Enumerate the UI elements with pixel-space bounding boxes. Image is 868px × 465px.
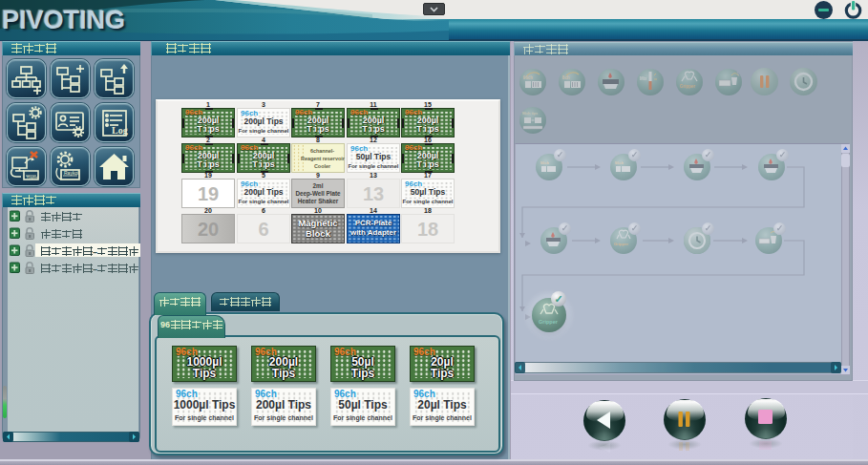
svg-text:96ch: 96ch [615,160,625,165]
svg-text:Log: Log [112,125,128,136]
svg-text:Gripper: Gripper [539,319,559,325]
svg-text:8ch: 8ch [562,75,570,80]
svg-text:Raykol: Raykol [64,170,78,176]
svg-text:96ch: 96ch [523,75,534,80]
svg-text:Raykol: Raykol [27,175,38,180]
svg-text:96ch: 96ch [540,160,550,165]
svg-text:Mix: Mix [640,76,647,81]
svg-text:96ch tips: 96ch tips [522,112,538,116]
svg-text:Gripper: Gripper [680,84,696,89]
svg-text:Gripper: Gripper [614,242,628,246]
